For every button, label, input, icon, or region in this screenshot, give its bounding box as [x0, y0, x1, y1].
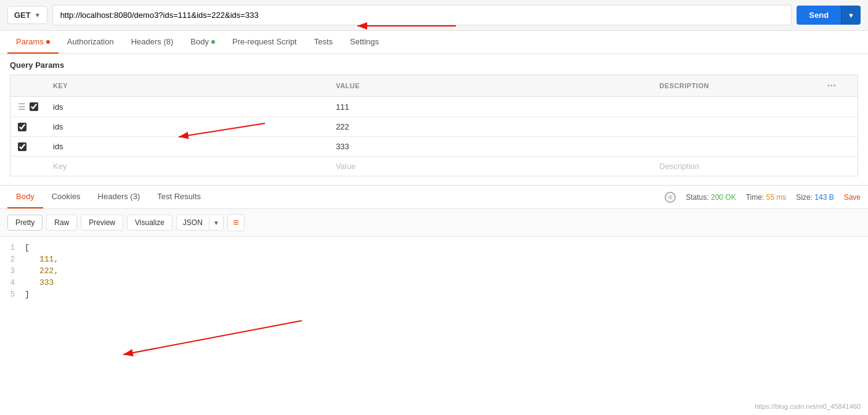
table-row: ids 222 — [10, 117, 858, 137]
response-section: Body Cookies Headers (3) Test Results ⊕ … — [0, 185, 868, 311]
row3-value[interactable]: 333 — [328, 137, 652, 157]
response-body-code: 1 [ 2 111, 3 222, 4 333 5 ] — [0, 237, 868, 311]
table-row: ids 333 — [10, 137, 858, 157]
request-tabs: Params Authorization Headers (8) Body Pr… — [0, 31, 868, 54]
placeholder-value[interactable]: Value — [328, 157, 652, 176]
row3-delete — [816, 137, 858, 157]
row3-checkbox[interactable] — [18, 142, 26, 151]
placeholder-description[interactable]: Description — [652, 157, 816, 176]
response-tab-test-results[interactable]: Test Results — [148, 186, 209, 208]
col-header-more: ··· — [816, 75, 858, 97]
size-label: Size: — [796, 193, 813, 202]
col-header-value: VALUE — [328, 75, 652, 97]
method-dropdown-arrow: ▼ — [34, 12, 41, 18]
row2-checkbox[interactable] — [18, 123, 26, 131]
tab-tests[interactable]: Tests — [306, 31, 341, 54]
send-button-group: Send ▼ — [797, 6, 861, 25]
url-bar — [52, 5, 792, 25]
row2-key[interactable]: ids — [46, 117, 328, 137]
watermark: https://blog.csdn.net/m0_45841460 — [755, 403, 861, 410]
preview-button[interactable]: Preview — [81, 215, 123, 231]
response-tab-body[interactable]: Body — [7, 186, 43, 208]
format-select[interactable]: JSON ▼ — [176, 215, 224, 231]
table-row: ☰ ids 111 — [10, 97, 858, 117]
globe-icon[interactable]: ⊕ — [665, 192, 676, 203]
response-status: ⊕ Status: 200 OK Time: 55 ms Size: 143 B… — [665, 192, 861, 203]
method-select[interactable]: GET ▼ — [7, 6, 47, 24]
params-section: Query Params KEY VALUE DESCRIPTION ··· — [0, 54, 868, 183]
method-label: GET — [14, 10, 31, 20]
response-tabs: Body Cookies Headers (3) Test Results ⊕ … — [0, 186, 868, 209]
row2-value[interactable]: 222 — [328, 117, 652, 137]
col-header-description: DESCRIPTION — [652, 75, 816, 97]
send-dropdown-arrow[interactable]: ▼ — [841, 6, 861, 25]
row2-actions — [10, 117, 46, 137]
row1-actions: ☰ — [10, 97, 46, 117]
more-options-icon[interactable]: ··· — [824, 79, 840, 92]
pretty-button[interactable]: Pretty — [7, 215, 43, 231]
code-line-5: 5 ] — [0, 289, 868, 300]
row1-delete — [816, 97, 858, 117]
code-content-3: 222, — [39, 266, 59, 276]
format-select-arrow: ▼ — [209, 216, 223, 229]
row1-key[interactable]: ids — [46, 97, 328, 117]
row3-key[interactable]: ids — [46, 137, 328, 157]
placeholder-delete — [816, 157, 858, 176]
code-line-2: 2 111, — [0, 253, 868, 265]
line-number-1: 1 — [0, 244, 25, 252]
tab-authorization[interactable]: Authorization — [59, 31, 123, 54]
response-toolbar: Pretty Raw Preview Visualize JSON ▼ ≡ — [0, 209, 868, 237]
main-container: GET ▼ Send ▼ Params Authorization Header… — [0, 0, 868, 415]
response-tab-cookies[interactable]: Cookies — [43, 186, 89, 208]
code-line-1: 1 [ — [0, 242, 868, 253]
row1-value[interactable]: 111 — [328, 97, 652, 117]
top-bar: GET ▼ Send ▼ — [0, 0, 868, 31]
placeholder-key[interactable]: Key — [46, 157, 328, 176]
code-content-2: 111, — [39, 255, 59, 264]
tab-headers[interactable]: Headers (8) — [123, 31, 182, 54]
size-value: 143 B — [814, 193, 834, 202]
placeholder-row: Key Value Description — [10, 157, 858, 176]
params-table: KEY VALUE DESCRIPTION ··· ☰ — [10, 75, 858, 176]
code-content-1: [ — [25, 243, 30, 252]
code-content-5: ] — [25, 290, 30, 299]
query-params-title: Query Params — [10, 60, 858, 70]
line-number-2: 2 — [0, 255, 25, 264]
row3-description[interactable] — [652, 137, 816, 157]
code-content-4: 333 — [39, 278, 54, 287]
code-line-3: 3 222, — [0, 265, 868, 277]
row2-delete — [816, 117, 858, 137]
tab-pre-request[interactable]: Pre-request Script — [224, 31, 306, 54]
status-label: Status: — [686, 193, 708, 202]
time-value: 55 ms — [766, 193, 787, 202]
row1-description[interactable] — [652, 97, 816, 117]
line-number-5: 5 — [0, 290, 25, 299]
params-dot — [46, 40, 50, 44]
line-number-4: 4 — [0, 279, 25, 287]
body-dot — [211, 40, 215, 44]
send-button[interactable]: Send — [797, 6, 841, 25]
col-header-checkbox — [10, 75, 46, 97]
tab-body[interactable]: Body — [182, 31, 224, 54]
time-label: Time: — [746, 193, 765, 202]
status-value: 200 OK — [711, 193, 736, 202]
drag-handle-icon[interactable]: ☰ — [18, 102, 26, 112]
code-line-4: 4 333 — [0, 277, 868, 289]
tab-params[interactable]: Params — [7, 31, 59, 54]
response-tab-headers[interactable]: Headers (3) — [89, 186, 149, 208]
svg-line-3 — [123, 321, 302, 355]
wrap-button[interactable]: ≡ — [227, 214, 245, 231]
visualize-button[interactable]: Visualize — [127, 215, 172, 231]
placeholder-checkbox-cell — [10, 157, 46, 176]
tab-settings[interactable]: Settings — [341, 31, 387, 54]
save-response-button[interactable]: Save — [844, 193, 861, 202]
line-number-3: 3 — [0, 267, 25, 276]
format-select-label: JSON — [177, 215, 209, 230]
raw-button[interactable]: Raw — [46, 215, 77, 231]
row2-description[interactable] — [652, 117, 816, 137]
wrap-icon: ≡ — [233, 217, 238, 228]
col-header-key: KEY — [46, 75, 328, 97]
row1-checkbox[interactable] — [30, 102, 38, 111]
url-input[interactable] — [60, 10, 784, 20]
row3-actions — [10, 137, 46, 157]
